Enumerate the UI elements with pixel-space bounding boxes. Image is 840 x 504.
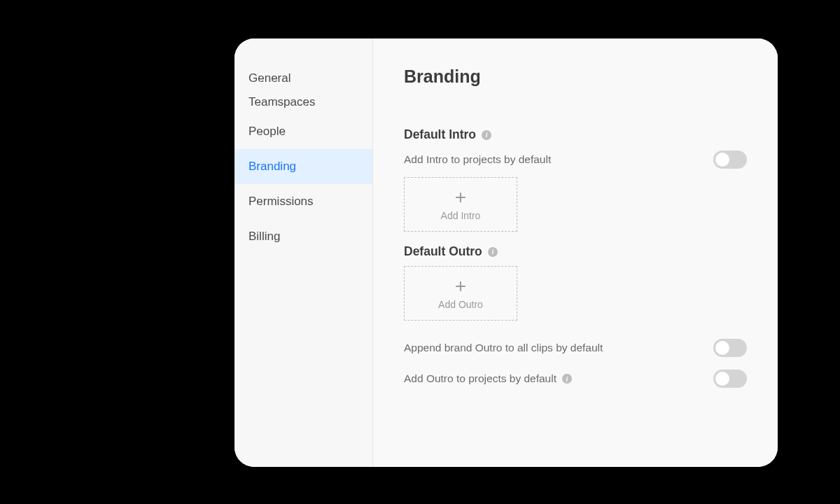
sidebar-item-permissions[interactable]: Permissions (234, 184, 372, 219)
sidebar-item-general[interactable]: General (234, 66, 372, 90)
sidebar: General Teamspaces People Branding Permi… (234, 38, 373, 467)
add-intro-dropzone[interactable]: + Add Intro (404, 177, 517, 232)
intro-toggle-row: Add Intro to projects by default (404, 150, 747, 169)
outro-section-title: Default Outro i (404, 244, 747, 259)
sidebar-item-people[interactable]: People (234, 114, 372, 149)
sidebar-item-teamspaces[interactable]: Teamspaces (234, 90, 372, 114)
intro-toggle-label: Add Intro to projects by default (404, 153, 551, 166)
page-title: Branding (404, 66, 747, 87)
outro-add-row: Add Outro to projects by default i (404, 370, 747, 388)
settings-window: General Teamspaces People Branding Permi… (234, 38, 778, 467)
outro-add-label: Add Outro to projects by default i (404, 372, 572, 385)
add-outro-dropzone[interactable]: + Add Outro (404, 266, 517, 321)
content-panel: Branding Default Intro i Add Intro to pr… (373, 38, 778, 467)
intro-toggle[interactable] (713, 150, 747, 169)
plus-icon: + (455, 188, 466, 207)
sidebar-item-label: People (248, 125, 286, 139)
sidebar-item-label: Branding (248, 160, 296, 174)
intro-dropzone-label: Add Intro (441, 210, 481, 221)
outro-add-label-text: Add Outro to projects by default (404, 372, 556, 385)
sidebar-item-label: Teamspaces (248, 95, 315, 109)
info-icon[interactable]: i (488, 247, 498, 257)
info-icon[interactable]: i (482, 130, 491, 140)
intro-section-title: Default Intro i (404, 127, 747, 142)
outro-dropzone-label: Add Outro (438, 299, 483, 310)
outro-add-toggle[interactable] (713, 370, 747, 388)
intro-title-text: Default Intro (404, 127, 476, 142)
outro-append-row: Append brand Outro to all clips by defau… (404, 339, 747, 357)
sidebar-item-branding[interactable]: Branding (234, 149, 372, 184)
info-icon[interactable]: i (562, 374, 572, 384)
sidebar-item-label: Permissions (248, 195, 314, 209)
outro-append-label: Append brand Outro to all clips by defau… (404, 342, 603, 354)
outro-append-toggle[interactable] (713, 339, 747, 357)
plus-icon: + (455, 276, 466, 296)
outro-title-text: Default Outro (404, 244, 482, 259)
sidebar-item-label: Billing (248, 230, 280, 244)
sidebar-item-billing[interactable]: Billing (234, 219, 372, 254)
sidebar-item-label: General (248, 71, 290, 85)
